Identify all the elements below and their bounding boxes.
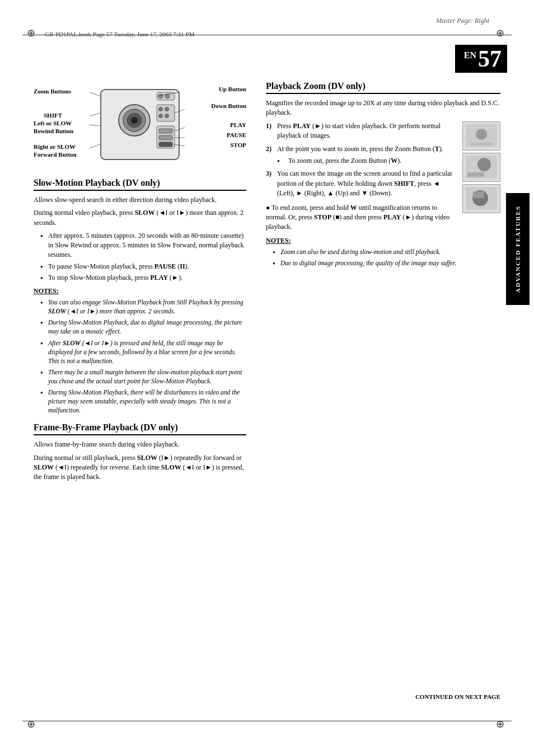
playback-zoom-step-1: 1) Press PLAY (►) to start video playbac… — [266, 121, 500, 141]
playback-zoom-notes-heading: NOTES: — [266, 237, 500, 245]
slow-motion-notes: You can also engage Slow-Motion Playback… — [40, 298, 246, 415]
label-left-slow: Left or SLOWRewind Button — [34, 119, 73, 135]
svg-point-11 — [159, 114, 163, 118]
svg-point-6 — [158, 94, 163, 98]
playback-zoom-note-1: Zoom can also be used during slow-motion… — [273, 247, 500, 256]
label-right-slow: Right or SLOWForward Button — [34, 143, 77, 159]
playback-zoom-steps: 1) Press PLAY (►) to start video playbac… — [266, 121, 500, 199]
master-page-label: Master Page: Right — [436, 17, 489, 25]
slow-motion-intro: Allows slow-speed search in either direc… — [34, 195, 246, 205]
slow-motion-bullet-1: After approx. 5 minutes (approx. 20 seco… — [40, 231, 246, 259]
advanced-features-sidebar: ADVANCED FEATURES — [506, 193, 530, 305]
playback-zoom-step-2: 2) At the point you want to zoom in, pre… — [266, 144, 500, 166]
slow-motion-bullets: After approx. 5 minutes (approx. 20 seco… — [40, 231, 246, 283]
slow-motion-note-3: After SLOW (◄I or I►) is pressed and hel… — [40, 339, 246, 365]
svg-point-12 — [165, 114, 169, 118]
label-up-button: Up Button — [219, 86, 246, 92]
svg-rect-16 — [159, 142, 172, 147]
slow-motion-note-5: During Slow-Motion Playback, there will … — [40, 388, 246, 415]
svg-point-4 — [131, 117, 138, 124]
svg-line-25 — [90, 144, 101, 148]
page-number: 57 — [478, 46, 502, 72]
reg-mark-br — [496, 718, 507, 729]
svg-line-22 — [90, 92, 101, 96]
slow-motion-note-4: There may be a small margin between the … — [40, 368, 246, 386]
file-info: GR-PD1PAL.book Page 57 Tuesday, June 17,… — [45, 31, 195, 37]
page-wrapper: Master Page: Right GR-PD1PAL.book Page 5… — [0, 0, 534, 756]
continued-label: CONTINUED ON NEXT PAGE — [415, 693, 500, 700]
frame-by-frame-heading: Frame-By-Frame Playback (DV only) — [34, 422, 246, 435]
label-zoom-buttons: Zoom Buttons — [34, 88, 71, 95]
main-content: Zoom Buttons SHIFT Left or SLOWRewind Bu… — [34, 81, 500, 711]
label-stop: STOP — [230, 142, 246, 148]
reg-mark-tl — [27, 27, 38, 38]
label-shift: SHIFT — [44, 112, 62, 119]
playback-zoom-intro: Magnifies the recorded image up to 20X a… — [266, 98, 500, 118]
playback-zoom-notes: Zoom can also be used during slow-motion… — [273, 247, 500, 267]
svg-line-23 — [90, 113, 101, 116]
slow-motion-bullet-3: To stop Slow-Motion playback, press PLAY… — [40, 273, 246, 283]
en-label: EN — [464, 50, 476, 60]
svg-point-9 — [159, 107, 163, 111]
label-pause: PAUSE — [227, 132, 246, 138]
playback-zoom-note-2: Due to digital image processing, the qua… — [273, 259, 500, 267]
label-down-button: Down Button — [211, 102, 246, 109]
svg-point-10 — [165, 107, 169, 111]
slow-motion-bullet-2: To pause Slow-Motion playback, press PAU… — [40, 262, 246, 271]
page-number-badge: EN57 — [455, 45, 507, 73]
camera-diagram — [84, 81, 196, 168]
hr-bottom — [22, 721, 512, 721]
reg-mark-bl — [27, 718, 38, 729]
reg-mark-tr — [496, 27, 507, 38]
svg-rect-14 — [159, 129, 172, 133]
label-play: PLAY — [230, 121, 246, 128]
svg-line-24 — [90, 125, 101, 126]
svg-rect-15 — [159, 135, 172, 140]
svg-rect-8 — [157, 105, 175, 121]
playback-zoom-step-2-sub: To zoom out, press the Zoom Button (W). — [277, 156, 500, 166]
slow-motion-note-2: During Slow-Motion Playback, due to digi… — [40, 318, 246, 336]
slow-motion-note-1: You can also engage Slow-Motion Playback… — [40, 298, 246, 316]
advanced-features-label: ADVANCED FEATURES — [514, 205, 521, 293]
frame-by-frame-intro: Allows frame-by-frame search during vide… — [34, 440, 246, 449]
playback-zoom-heading: Playback Zoom (DV only) — [266, 81, 500, 94]
right-column: Playback Zoom (DV only) Magnifies the re… — [266, 81, 500, 271]
playback-zoom-step-3: 3) You can move the image on the screen … — [266, 169, 500, 198]
slow-motion-para1: During normal video playback, press SLOW… — [34, 208, 246, 228]
diagram-area: Zoom Buttons SHIFT Left or SLOWRewind Bu… — [34, 81, 246, 168]
slow-motion-notes-heading: NOTES: — [34, 287, 246, 295]
left-column: Zoom Buttons SHIFT Left or SLOWRewind Bu… — [34, 81, 246, 486]
frame-by-frame-para1: During normal or still playback, press S… — [34, 453, 246, 482]
slow-motion-heading: Slow-Motion Playback (DV only) — [34, 178, 246, 191]
